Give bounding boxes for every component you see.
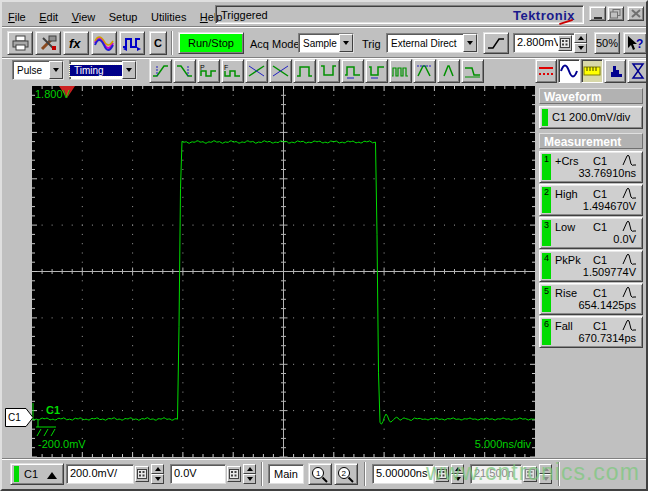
menu-setup[interactable]: Setup	[109, 11, 138, 23]
help-pointer-button[interactable]: ?	[623, 32, 647, 54]
run-stop-button[interactable]: Run/Stop	[178, 32, 244, 54]
measure-period-button[interactable]: P	[197, 59, 220, 83]
vertical-scale-field[interactable]: 200.0mV/	[66, 464, 134, 484]
vertical-scale-keypad-button[interactable]	[135, 466, 149, 482]
horizontal-scale-field[interactable]: 5.00000ns	[372, 464, 434, 484]
close-button[interactable]	[627, 6, 644, 21]
measure-positive-duty-button[interactable]	[341, 59, 364, 83]
spin-down-icon[interactable]	[243, 474, 256, 484]
measurement-row[interactable]: 5 Rise C1 654.1425ps	[539, 283, 643, 315]
clear-button[interactable]: C	[149, 31, 167, 55]
trigger-level-keypad-button[interactable]	[558, 35, 572, 51]
rising-slew-icon	[247, 63, 266, 79]
measure-falling-slew-button[interactable]	[269, 59, 292, 83]
spin-down-icon[interactable]	[451, 474, 464, 484]
cursors-button[interactable]	[535, 59, 557, 83]
measure-rise-time-button[interactable]	[149, 59, 172, 83]
trigger-source-select[interactable]: External Direct	[386, 33, 478, 53]
spin-up-icon[interactable]	[151, 464, 164, 474]
menu-utilities[interactable]: Utilities	[151, 11, 186, 23]
measure-frequency-button[interactable]: F	[221, 59, 244, 83]
scope-display[interactable]: 1.800V -200.0mV 5.000ns/div C1	[32, 86, 535, 457]
restore-button[interactable]	[607, 6, 624, 21]
horizontal-scale-keypad-button[interactable]	[435, 466, 449, 482]
acq-mode-select[interactable]: Sample	[298, 33, 354, 53]
scope-graticule	[32, 86, 535, 457]
vertical-offset-field[interactable]: 0.0V	[170, 464, 226, 484]
rising-edge-icon	[486, 35, 506, 51]
measure-amplitude-button[interactable]	[413, 59, 436, 83]
channel-select-button[interactable]: C1	[10, 463, 64, 485]
measure-negative-width-button[interactable]	[317, 59, 340, 83]
vertical-scale-spinner[interactable]	[151, 464, 164, 484]
waveform-display-button[interactable]	[558, 59, 580, 83]
set-50-percent-button[interactable]: 50%	[594, 32, 620, 54]
menu-edit[interactable]: Edit	[39, 11, 58, 23]
zoom1-button[interactable]: 1	[308, 463, 332, 485]
measure-settling-button[interactable]	[461, 59, 484, 83]
trigger-slope-button[interactable]	[483, 32, 509, 54]
measurement-row[interactable]: 1 +Crs C1 33.76910ns	[539, 151, 643, 183]
histogram-button[interactable]	[604, 59, 626, 83]
print-icon	[11, 35, 30, 51]
waveform-channel-button[interactable]: C1 200.0mV/div	[539, 106, 643, 129]
channel-color-bar	[14, 466, 19, 482]
pulse-icon	[622, 319, 638, 332]
math-button[interactable]: fx	[63, 31, 89, 55]
toolbar-divider	[171, 31, 173, 55]
menu-view[interactable]: View	[72, 11, 96, 23]
trigger-level-spinner[interactable]	[574, 33, 587, 53]
waveform-colors-button[interactable]	[91, 31, 117, 55]
keypad-icon	[229, 469, 239, 479]
spin-down-icon[interactable]	[151, 474, 164, 484]
measurement-row[interactable]: 6 Fall C1 670.7314ps	[539, 316, 643, 348]
horizontal-scale-spinner[interactable]	[451, 464, 464, 484]
record-length-field: 21.500n	[470, 464, 522, 484]
chevron-down-icon[interactable]	[122, 61, 136, 79]
print-button[interactable]	[7, 31, 33, 55]
measure-peak-button[interactable]	[437, 59, 460, 83]
close-icon	[631, 9, 641, 18]
horizontal-main-button[interactable]: Main	[268, 464, 304, 484]
svg-text:2: 2	[342, 469, 347, 478]
measure-rising-slew-button[interactable]	[245, 59, 268, 83]
bottombar-groove	[364, 462, 366, 486]
minimize-button[interactable]	[589, 6, 606, 21]
magnifier-1-icon: 1	[311, 466, 329, 483]
measure-burst-width-button[interactable]	[389, 59, 412, 83]
measure-class-select[interactable]: Pulse	[12, 60, 64, 80]
zoom-waveform-button[interactable]	[119, 31, 145, 55]
measure-group-select[interactable]: Timing	[69, 60, 137, 80]
menubar-divider	[2, 26, 648, 28]
vertical-offset-spinner[interactable]	[243, 464, 256, 484]
chevron-down-icon[interactable]	[339, 34, 353, 52]
channel-marker[interactable]: C1	[5, 408, 34, 431]
measurement-display-button[interactable]	[581, 59, 603, 83]
measure-negative-duty-button[interactable]	[365, 59, 388, 83]
menu-file[interactable]: File	[8, 11, 26, 23]
tools-button[interactable]	[35, 31, 61, 55]
chevron-down-icon[interactable]	[49, 61, 63, 79]
measure-fall-time-button[interactable]	[173, 59, 196, 83]
period-icon: P	[199, 63, 218, 79]
zoom2-button[interactable]: 2	[334, 463, 358, 485]
pulse-icon	[622, 154, 638, 167]
spin-up-icon[interactable]	[574, 33, 587, 43]
svg-text:F: F	[224, 64, 228, 71]
tekscope-window: File Edit View Setup Utilities Help Trig…	[0, 0, 648, 491]
spin-down-icon[interactable]	[574, 43, 587, 53]
bottom-scale-label: -200.0mV	[38, 438, 86, 450]
measurement-row[interactable]: 4 PkPk C1 1.509774V	[539, 250, 643, 282]
measure-positive-width-button[interactable]	[293, 59, 316, 83]
mask-button[interactable]	[627, 59, 648, 83]
falling-slew-icon	[271, 63, 290, 79]
svg-text:C1: C1	[8, 412, 21, 423]
chevron-down-icon[interactable]	[463, 34, 477, 52]
spin-up-icon[interactable]	[451, 464, 464, 474]
spin-up-icon[interactable]	[243, 464, 256, 474]
ruler-icon	[583, 63, 601, 79]
peak-icon	[439, 63, 458, 79]
measurement-row[interactable]: 2 High C1 1.494670V	[539, 184, 643, 216]
vertical-offset-keypad-button[interactable]	[227, 466, 241, 482]
measurement-row[interactable]: 3 Low C1 0.0V	[539, 217, 643, 249]
